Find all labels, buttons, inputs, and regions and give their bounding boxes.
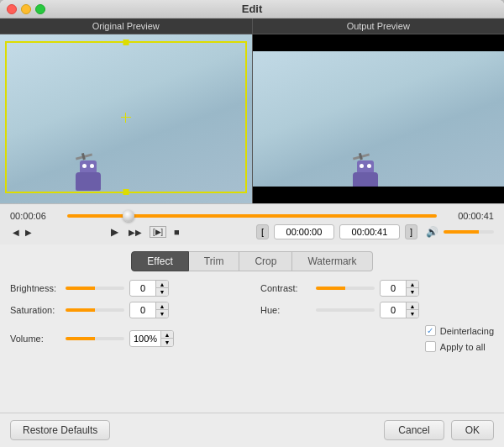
brightness-step-up[interactable]: ▲: [156, 281, 168, 288]
brightness-input-wrap: ▲ ▼: [129, 280, 169, 297]
original-preview-label: Original Preview: [0, 18, 252, 34]
trim-end-input[interactable]: [339, 224, 400, 239]
output-preview-panel: Output Preview: [253, 18, 505, 203]
output-preview-label: Output Preview: [253, 18, 505, 34]
contrast-row: Contrast: ▲ ▼: [260, 280, 494, 297]
deinterlacing-label: Deinterlacing: [440, 326, 494, 336]
volume-param-row: Volume: ▲ ▼: [10, 330, 174, 347]
volume-slider[interactable]: [66, 337, 124, 340]
tab-watermark[interactable]: Watermark: [292, 251, 372, 271]
saturation-slider[interactable]: [66, 308, 124, 312]
stop-button[interactable]: ■: [171, 226, 182, 238]
hue-stepper: ▲ ▼: [406, 302, 418, 318]
hue-row: Hue: ▲ ▼: [260, 302, 494, 318]
volume-step-down[interactable]: ▼: [161, 339, 173, 346]
saturation-label: Saturation:: [10, 305, 60, 315]
contrast-label: Contrast:: [260, 283, 311, 293]
hue-input[interactable]: [381, 303, 406, 317]
volume-input-wrap: ▲ ▼: [129, 330, 174, 347]
hue-step-up[interactable]: ▲: [407, 302, 418, 310]
output-black-bar-bottom: [253, 187, 505, 203]
play-button[interactable]: ▶: [108, 225, 121, 239]
restore-defaults-button[interactable]: Restore Defaults: [10, 420, 110, 440]
time-start-label: 00:00:06: [10, 211, 60, 221]
trim-start-input[interactable]: [274, 224, 334, 239]
checkmark-icon: ✓: [427, 326, 433, 335]
original-video-scene: [0, 34, 252, 203]
hue-input-wrap: ▲ ▼: [380, 302, 419, 318]
nav-arrows: ◀ ▶: [10, 227, 34, 238]
snow-background: [0, 34, 252, 203]
contrast-step-down[interactable]: ▼: [407, 288, 418, 296]
controls-area: Effect Trim Crop Watermark Brightness: ▲…: [0, 245, 504, 360]
maximize-button[interactable]: [35, 4, 45, 14]
output-robot-eye-left: [360, 164, 364, 168]
brightness-step-down[interactable]: ▼: [156, 288, 168, 296]
volume-stepper: ▲ ▼: [160, 331, 173, 346]
title-bar: Edit: [0, 0, 504, 18]
saturation-step-up[interactable]: ▲: [156, 302, 168, 310]
scrubber-track[interactable]: [67, 214, 437, 218]
tab-trim[interactable]: Trim: [189, 251, 240, 271]
apply-all-row: Apply to all: [425, 341, 486, 352]
contrast-input[interactable]: [381, 281, 406, 295]
volume-icon: 🔊: [426, 226, 438, 238]
bottom-bar: Restore Defaults Cancel OK: [0, 413, 504, 447]
deinterlacing-checkbox[interactable]: ✓: [425, 325, 436, 336]
contrast-slider[interactable]: [316, 287, 375, 290]
saturation-step-down[interactable]: ▼: [156, 310, 168, 318]
frame-step-button[interactable]: [▶]: [150, 226, 166, 238]
volume-track[interactable]: [444, 230, 494, 234]
hue-step-down[interactable]: ▼: [407, 310, 418, 318]
close-button[interactable]: [7, 4, 17, 14]
tabs-row: Effect Trim Crop Watermark: [10, 251, 494, 271]
scrubber-thumb[interactable]: [123, 210, 134, 222]
volume-section: 🔊: [426, 226, 494, 238]
original-preview-content: [0, 34, 252, 203]
window-title: Edit: [242, 3, 263, 15]
output-video-scene: [253, 34, 505, 203]
brightness-label: Brightness:: [10, 283, 60, 293]
prev-frame-button[interactable]: ◀: [10, 227, 22, 238]
brightness-input[interactable]: [130, 281, 155, 295]
right-buttons: Cancel OK: [384, 420, 494, 440]
minimize-button[interactable]: [21, 4, 31, 14]
tab-effect[interactable]: Effect: [131, 251, 188, 271]
ok-button[interactable]: OK: [451, 420, 494, 440]
volume-label: Volume:: [10, 334, 60, 344]
trim-section: [ ]: [256, 224, 417, 239]
next-frame-button[interactable]: ▶: [23, 227, 34, 238]
time-row: 00:00:06 00:00:41: [10, 211, 494, 221]
volume-step-up[interactable]: ▲: [161, 331, 173, 339]
traffic-lights: [7, 4, 45, 14]
output-robot-eye-right: [367, 164, 371, 168]
fast-forward-button[interactable]: ▶▶: [126, 227, 144, 238]
hue-slider[interactable]: [316, 308, 375, 312]
robot-character: [76, 172, 101, 191]
brightness-slider[interactable]: [66, 287, 124, 290]
saturation-input[interactable]: [130, 303, 155, 317]
params-grid: Brightness: ▲ ▼ Contrast: ▲: [10, 280, 494, 318]
output-preview-content: [253, 34, 505, 203]
volume-input[interactable]: [130, 332, 160, 345]
nav-row: ◀ ▶ ▶ ▶▶ [▶] ■ [ ] 🔊: [10, 224, 494, 239]
saturation-row: Saturation: ▲ ▼: [10, 302, 244, 318]
robot-body: [76, 172, 101, 191]
contrast-step-up[interactable]: ▲: [407, 281, 418, 288]
contrast-input-wrap: ▲ ▼: [380, 280, 419, 297]
apply-all-label: Apply to all: [440, 342, 486, 352]
deinterlacing-row: ✓ Deinterlacing: [425, 325, 494, 336]
trim-end-bracket[interactable]: ]: [405, 224, 417, 239]
preview-area: Original Preview: [0, 18, 504, 203]
saturation-input-wrap: ▲ ▼: [129, 302, 169, 318]
robot-eye-left: [82, 164, 87, 168]
brightness-stepper: ▲ ▼: [155, 281, 168, 296]
brightness-row: Brightness: ▲ ▼: [10, 280, 244, 297]
time-end-label: 00:00:41: [444, 211, 494, 221]
trim-start-bracket[interactable]: [: [256, 224, 269, 239]
output-black-bar-top: [253, 34, 505, 51]
tab-crop[interactable]: Crop: [239, 251, 292, 271]
hue-label: Hue:: [260, 305, 311, 315]
cancel-button[interactable]: Cancel: [384, 420, 444, 440]
apply-all-checkbox[interactable]: [425, 341, 436, 352]
